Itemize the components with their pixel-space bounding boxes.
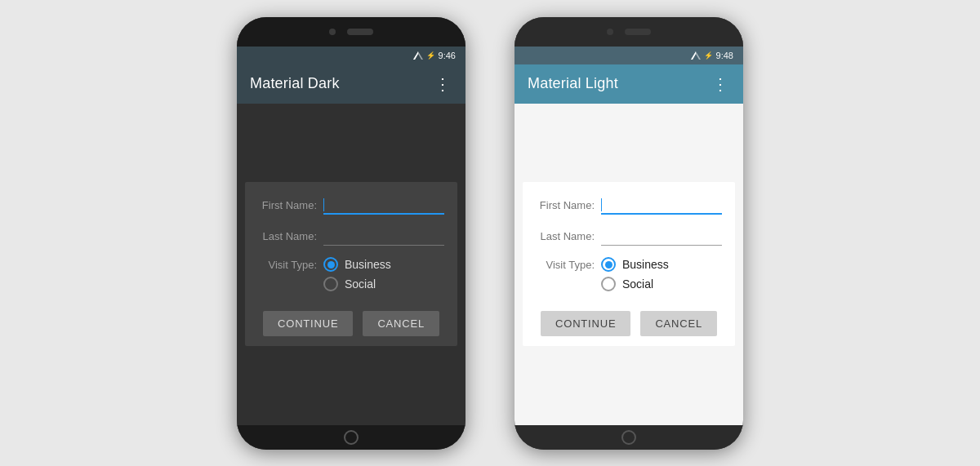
first-name-row-light: First Name: <box>536 195 722 215</box>
last-name-label-dark: Last Name: <box>258 230 317 246</box>
radio-business-circle-dark <box>323 257 338 272</box>
status-icons-dark: ⚡ 9:46 <box>413 51 456 60</box>
cancel-button-dark[interactable]: CANCEL <box>363 311 439 336</box>
time-dark: 9:46 <box>439 51 456 60</box>
first-name-row-dark: First Name: <box>258 195 444 215</box>
continue-button-dark[interactable]: CONTINUE <box>263 311 353 336</box>
camera-light <box>607 29 613 35</box>
cursor-light <box>601 198 602 211</box>
phone-top-dark <box>237 17 466 47</box>
radio-social-label-light: Social <box>622 277 653 291</box>
last-name-row-light: Last Name: <box>536 226 722 246</box>
home-button-light[interactable] <box>621 430 636 445</box>
radio-social-circle-light <box>601 277 616 291</box>
time-light: 9:48 <box>716 51 733 60</box>
visit-type-section-light: Visit Type: Business Social <box>536 257 722 291</box>
status-bar-light: ⚡ 9:48 <box>514 47 743 64</box>
radio-social-light[interactable]: Social <box>601 277 669 291</box>
first-name-input-light[interactable] <box>601 195 722 215</box>
app-bar-light: Material Light ⋮ <box>514 64 743 104</box>
visit-type-label-light: Visit Type: <box>536 257 595 291</box>
battery-icon-light: ⚡ <box>704 51 713 60</box>
first-name-label-light: First Name: <box>536 199 595 215</box>
speaker-light <box>625 29 651 35</box>
radio-options-light: Business Social <box>601 257 669 291</box>
phone-bottom-light <box>514 425 743 450</box>
radio-social-circle-dark <box>323 277 338 291</box>
phone-top-light <box>514 17 743 47</box>
home-button-dark[interactable] <box>344 430 359 445</box>
app-bar-dark: Material Dark ⋮ <box>237 64 466 104</box>
radio-social-label-dark: Social <box>345 277 376 291</box>
camera-dark <box>329 29 336 35</box>
radio-social-dark[interactable]: Social <box>323 277 391 291</box>
phone-dark: ⚡ 9:46 Material Dark ⋮ First Name: Last … <box>237 17 466 450</box>
signal-icon-light <box>691 51 701 60</box>
radio-business-label-dark: Business <box>345 258 391 271</box>
dialog-light: First Name: Last Name: Visit Type: Busin… <box>523 182 735 346</box>
continue-button-light[interactable]: CONTINUE <box>541 311 630 336</box>
speaker-dark <box>347 29 373 35</box>
dialog-dark: First Name: Last Name: Visit Type: Busin… <box>245 182 457 346</box>
cursor-dark <box>323 198 324 211</box>
status-bar-dark: ⚡ 9:46 <box>237 47 466 64</box>
cancel-button-light[interactable]: CANCEL <box>640 311 717 336</box>
first-name-label-dark: First Name: <box>258 199 317 215</box>
menu-dots-light[interactable]: ⋮ <box>712 76 730 92</box>
battery-icon: ⚡ <box>426 51 435 60</box>
menu-dots-dark[interactable]: ⋮ <box>434 76 452 92</box>
radio-business-circle-light <box>601 257 616 272</box>
radio-business-label-light: Business <box>622 258 669 271</box>
radio-business-light[interactable]: Business <box>601 257 669 272</box>
last-name-input-dark[interactable] <box>323 226 444 246</box>
phone-bottom-dark <box>237 425 466 450</box>
dialog-buttons-light: CONTINUE CANCEL <box>536 311 722 336</box>
last-name-label-light: Last Name: <box>536 230 595 246</box>
visit-type-label-dark: Visit Type: <box>258 257 317 291</box>
status-icons-light: ⚡ 9:48 <box>691 51 733 60</box>
dialog-area-dark: First Name: Last Name: Visit Type: Busin… <box>237 104 466 425</box>
radio-business-dark[interactable]: Business <box>323 257 391 272</box>
phone-light: ⚡ 9:48 Material Light ⋮ First Name: Last… <box>514 17 743 450</box>
radio-options-dark: Business Social <box>323 257 391 291</box>
app-title-light: Material Light <box>528 75 618 92</box>
dialog-area-light: First Name: Last Name: Visit Type: Busin… <box>514 104 743 425</box>
dialog-buttons-dark: CONTINUE CANCEL <box>258 311 444 336</box>
visit-type-section-dark: Visit Type: Business Social <box>258 257 444 291</box>
signal-icon <box>413 51 423 60</box>
last-name-row-dark: Last Name: <box>258 226 444 246</box>
first-name-input-dark[interactable] <box>323 195 444 215</box>
last-name-input-light[interactable] <box>601 226 722 246</box>
app-title-dark: Material Dark <box>250 75 340 92</box>
